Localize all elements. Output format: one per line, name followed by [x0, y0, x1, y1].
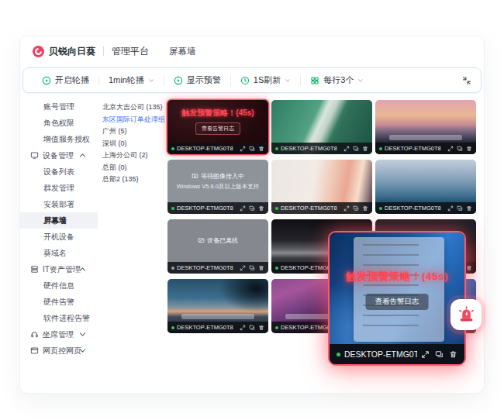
alert-siren-button[interactable] — [450, 299, 482, 330]
group-item-6[interactable]: 总部2 (135) — [102, 174, 166, 186]
tile-footer: DESKTOP-ETMG0T8 — [167, 202, 268, 214]
expand-icon[interactable] — [343, 146, 350, 152]
switch-screen-icon[interactable] — [249, 265, 255, 271]
group-item-4[interactable]: 上海分公司 (2) — [102, 150, 166, 162]
delete-icon[interactable] — [466, 146, 472, 152]
toolbar-start-carousel-label: 开启轮播 — [55, 74, 89, 86]
group-item-5[interactable]: 总部 (0) — [102, 162, 166, 174]
tile-alert-banner: 触发预警策略！(45s)查看告警日志 — [167, 100, 268, 143]
switch-screen-icon[interactable] — [353, 205, 359, 212]
expand-icon[interactable] — [240, 325, 246, 331]
screen-tile-2[interactable]: DESKTOP-ETMG0T8 — [375, 100, 476, 154]
sidebar-item-label: 软件进程告警 — [43, 313, 90, 324]
online-status-dot — [171, 207, 174, 210]
screen-tile-4[interactable]: DESKTOP-ETMG0T8 — [271, 160, 372, 214]
switch-screen-icon[interactable] — [249, 205, 255, 212]
device-name: DESKTOP-ETMG0T8 — [177, 264, 237, 271]
alert-preview-screen: 触发预警策略！(45s) 查看告警日志 — [330, 232, 464, 344]
sidebar-item-10[interactable]: IT资产管理 — [20, 261, 98, 277]
siren-icon — [457, 305, 476, 325]
tile-footer: DESKTOP-ETMG0T8 — [375, 143, 476, 154]
sidebar-item-3[interactable]: 设备管理 — [20, 147, 98, 164]
delete-icon[interactable] — [449, 350, 457, 359]
switch-screen-icon[interactable] — [249, 325, 255, 331]
sidebar-item-4[interactable]: 设备列表 — [20, 164, 98, 180]
expand-icon[interactable] — [240, 146, 246, 152]
sidebar-item-7[interactable]: 屏幕墙 — [20, 212, 98, 229]
collapse-icon — [462, 76, 471, 85]
tile-footer: DESKTOP-ETMG0T8 — [271, 143, 372, 154]
delete-icon[interactable] — [362, 146, 368, 152]
page-tab-screen-wall[interactable]: 屏幕墙 — [169, 46, 196, 57]
collapse-view-button[interactable] — [462, 76, 471, 85]
online-status-dot — [275, 267, 278, 270]
play-circle-icon — [42, 76, 51, 85]
expand-icon[interactable] — [447, 205, 454, 212]
sidebar-item-label: 硬件告警 — [43, 297, 74, 308]
expand-icon[interactable] — [343, 205, 350, 212]
sidebar-item-1[interactable]: 角色权限 — [20, 115, 98, 131]
switch-screen-icon[interactable] — [435, 350, 444, 359]
screen-tile-1[interactable]: DESKTOP-ETMG0T8 — [271, 100, 372, 154]
group-item-3[interactable]: 深圳 (0) — [102, 138, 166, 150]
expand-icon[interactable] — [421, 350, 430, 359]
sidebar-item-5[interactable]: 群发管理 — [20, 180, 98, 196]
alert-preview-footer: DESKTOP-ETMG0T8 — [330, 344, 464, 364]
group-item-2[interactable]: 广州 (5) — [102, 126, 166, 138]
group-item-1[interactable]: 东区国际订单处理组 (12) — [102, 114, 166, 126]
device-name: DESKTOP-ETMG0T8 — [344, 349, 417, 359]
sidebar-item-0[interactable]: 账号管理 — [20, 98, 98, 115]
device-name: DESKTOP-ETMG0T8 — [177, 205, 237, 212]
screen-tile-5[interactable]: DESKTOP-ETMG0T8 — [375, 160, 476, 214]
switch-screen-icon[interactable] — [457, 146, 463, 152]
alert-preview-card[interactable]: 触发预警策略！(45s) 查看告警日志 DESKTOP-ETMG0T8 — [328, 231, 466, 366]
online-status-dot — [337, 353, 340, 356]
group-item-0[interactable]: 北京大吉公司 (135) — [102, 102, 166, 114]
toolbar-start-carousel-button[interactable]: 开启轮播 — [33, 68, 98, 92]
sidebar-item-12[interactable]: 硬件告警 — [20, 294, 98, 310]
toolbar-per-row-button[interactable]: 每行3个 — [301, 68, 373, 92]
view-alert-log-button[interactable]: 查看告警日志 — [195, 122, 240, 135]
sidebar-item-9[interactable]: 葵域名 — [20, 245, 98, 261]
screen-tile-3[interactable]: 等待图像传入中Windows V5.6.0及以上版本支持DESKTOP-ETMG… — [167, 160, 268, 214]
chevron-down-icon — [148, 77, 154, 84]
toolbar-show-alerts-label: 显示预警 — [187, 74, 221, 86]
sidebar-item-14[interactable]: 坐席管理 — [20, 326, 98, 343]
sidebar-item-label: 增值服务授权 — [43, 134, 90, 145]
brand: 贝锐向日葵 管理平台 — [33, 45, 149, 58]
delete-icon[interactable] — [258, 325, 264, 331]
toolbar-carousel-interval-button[interactable]: 1min轮播 — [99, 68, 164, 92]
sidebar-item-8[interactable]: 开机设备 — [20, 229, 98, 245]
toolbar-carousel-interval-label: 1min轮播 — [109, 74, 144, 86]
switch-screen-icon[interactable] — [457, 205, 463, 212]
sidebar-item-label: 设备管理 — [43, 150, 74, 161]
screen-tile-9[interactable]: DESKTOP-ETMG0T8 — [167, 279, 268, 333]
screen-tile-0[interactable]: 触发预警策略！(45s)查看告警日志DESKTOP-ETMG0T8 — [167, 100, 268, 154]
screen-wall-page: 贝锐向日葵 管理平台 屏幕墙 开启轮播1min轮播显示预警1S刷新每行3个 账号… — [0, 0, 504, 420]
delete-icon[interactable] — [258, 205, 264, 212]
delete-icon[interactable] — [258, 146, 264, 152]
switch-screen-icon[interactable] — [353, 146, 359, 152]
group-list: 北京大吉公司 (135)东区国际订单处理组 (12)广州 (5)深圳 (0)上海… — [98, 94, 166, 393]
delete-icon[interactable] — [466, 265, 472, 271]
online-status-dot — [379, 147, 382, 150]
view-alert-log-button[interactable]: 查看告警日志 — [366, 294, 429, 310]
device-name: DESKTOP-ETMG0T8 — [385, 205, 445, 212]
sidebar-item-2[interactable]: 增值服务授权 — [20, 131, 98, 147]
online-status-dot — [171, 147, 174, 150]
sidebar-item-15[interactable]: 网页控网页 — [20, 343, 98, 359]
delete-icon[interactable] — [466, 205, 472, 212]
sidebar-item-6[interactable]: 安装部署 — [20, 196, 98, 212]
sidebar-item-13[interactable]: 软件进程告警 — [20, 310, 98, 326]
screen-tile-6[interactable]: 设备已离线DESKTOP-ETMG0T8 — [167, 219, 268, 274]
delete-icon[interactable] — [362, 205, 368, 212]
switch-screen-icon[interactable] — [249, 146, 255, 152]
delete-icon[interactable] — [258, 265, 264, 271]
expand-icon[interactable] — [447, 146, 454, 152]
expand-icon[interactable] — [240, 265, 246, 271]
toolbar-refresh-rate-button[interactable]: 1S刷新 — [231, 68, 300, 92]
group-label: 上海分公司 (2) — [102, 150, 148, 160]
toolbar-show-alerts-button[interactable]: 显示预警 — [164, 68, 230, 92]
sidebar-item-11[interactable]: 硬件信息 — [20, 277, 98, 294]
expand-icon[interactable] — [240, 205, 246, 212]
